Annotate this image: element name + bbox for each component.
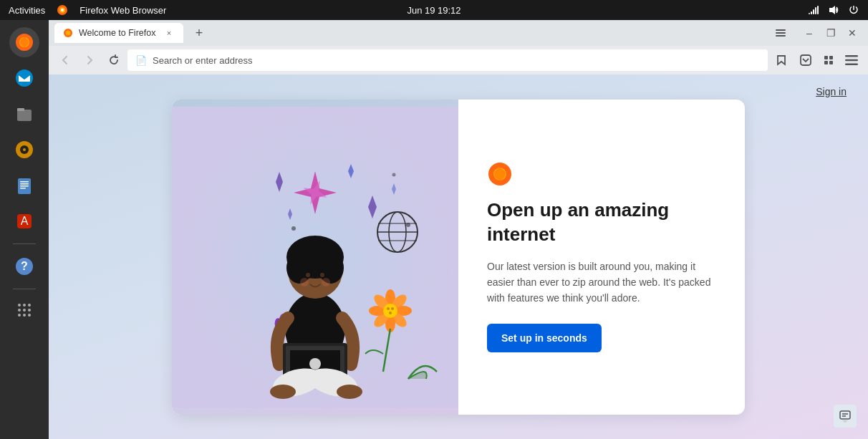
tab-title: Welcome to Firefox xyxy=(79,28,158,38)
firefox-logo xyxy=(487,161,513,187)
browser-tab-welcome[interactable]: Welcome to Firefox × xyxy=(54,23,183,43)
os-topbar-left: Activities Firefox Web Browser xyxy=(9,4,166,16)
svg-point-75 xyxy=(286,252,312,284)
network-icon[interactable] xyxy=(808,4,819,16)
activities-label[interactable]: Activities xyxy=(9,5,45,16)
svg-text:A: A xyxy=(21,215,29,227)
svg-point-34 xyxy=(28,314,31,317)
sidebar-item-help[interactable]: ? xyxy=(9,251,39,281)
back-button[interactable] xyxy=(54,49,76,71)
forward-button[interactable] xyxy=(79,49,100,71)
tab-close-button[interactable]: × xyxy=(163,27,175,39)
maximize-button[interactable]: ❐ xyxy=(821,23,841,43)
feedback-button[interactable] xyxy=(834,405,857,428)
svg-point-91 xyxy=(497,171,503,177)
volume-icon[interactable] xyxy=(828,4,839,16)
svg-point-77 xyxy=(306,273,310,277)
sidebar-item-firefox[interactable] xyxy=(9,27,39,57)
bookmark-button[interactable] xyxy=(771,49,792,71)
svg-rect-44 xyxy=(829,61,833,64)
svg-point-30 xyxy=(23,309,26,312)
svg-rect-46 xyxy=(845,59,858,62)
svg-rect-6 xyxy=(809,13,810,14)
new-tab-button[interactable]: + xyxy=(189,23,209,43)
tab-favicon xyxy=(63,28,73,38)
svg-rect-5 xyxy=(815,7,816,14)
browser-chrome: Welcome to Firefox × + – ❐ ✕ xyxy=(49,20,868,74)
svg-rect-38 xyxy=(776,32,786,34)
svg-point-76 xyxy=(318,252,344,284)
browser-content: Sign in xyxy=(49,74,868,439)
sidebar-item-writer[interactable] xyxy=(9,170,39,201)
svg-rect-41 xyxy=(824,56,828,59)
sidebar-item-thunderbird[interactable] xyxy=(9,63,39,93)
svg-point-78 xyxy=(320,273,324,277)
setup-button[interactable]: Set up in seconds xyxy=(487,324,602,352)
browser-name-label: Firefox Web Browser xyxy=(79,5,166,16)
svg-rect-7 xyxy=(817,6,819,14)
svg-rect-4 xyxy=(813,9,814,14)
svg-point-68 xyxy=(389,312,392,314)
os-topbar-right xyxy=(808,4,859,16)
svg-rect-3 xyxy=(811,11,812,14)
svg-rect-47 xyxy=(845,64,858,66)
address-bar[interactable]: 📄 Search or enter address xyxy=(127,49,768,71)
svg-point-80 xyxy=(322,278,330,286)
signin-link[interactable]: Sign in xyxy=(816,86,847,97)
svg-point-88 xyxy=(337,385,362,399)
svg-rect-45 xyxy=(845,55,858,57)
svg-point-2 xyxy=(61,9,64,11)
window-buttons: – ❐ ✕ xyxy=(799,23,862,43)
svg-rect-19 xyxy=(20,183,29,185)
extensions-button[interactable] xyxy=(818,49,839,71)
svg-point-33 xyxy=(23,314,26,317)
svg-rect-43 xyxy=(824,61,828,64)
tab-bar: Welcome to Firefox × + – ❐ ✕ xyxy=(49,20,868,46)
sidebar-item-appstore[interactable]: A xyxy=(9,206,39,236)
nav-bar: 📄 Search or enter address xyxy=(49,46,868,74)
browser-window: Welcome to Firefox × + – ❐ ✕ xyxy=(49,20,868,439)
tab-list-button[interactable] xyxy=(771,23,791,43)
svg-point-11 xyxy=(16,69,33,87)
os-topbar: Activities Firefox Web Browser Jun 19 19… xyxy=(0,0,868,20)
sidebar-item-files[interactable] xyxy=(9,99,39,129)
svg-rect-21 xyxy=(20,188,26,189)
svg-rect-42 xyxy=(829,56,833,59)
svg-point-31 xyxy=(28,309,31,312)
welcome-card: Open up an amazing internet Our latest v… xyxy=(172,100,745,415)
svg-point-36 xyxy=(66,31,71,36)
pocket-button[interactable] xyxy=(795,49,816,71)
welcome-heading: Open up an amazing internet xyxy=(487,198,716,247)
svg-point-87 xyxy=(270,385,296,399)
svg-point-29 xyxy=(18,309,21,312)
card-right-content: Open up an amazing internet Our latest v… xyxy=(458,100,745,415)
sidebar-item-rhythmbox[interactable] xyxy=(9,135,39,165)
svg-marker-8 xyxy=(829,6,835,14)
svg-point-67 xyxy=(391,307,394,310)
show-applications-button[interactable] xyxy=(9,295,39,325)
page-icon: 📄 xyxy=(135,55,147,66)
svg-point-79 xyxy=(300,278,309,286)
svg-rect-12 xyxy=(17,110,32,121)
svg-rect-18 xyxy=(20,181,29,183)
svg-text:?: ? xyxy=(21,260,28,272)
svg-point-27 xyxy=(23,304,26,307)
sidebar: A ? xyxy=(0,20,49,439)
svg-point-32 xyxy=(18,314,21,317)
svg-point-84 xyxy=(309,358,321,370)
svg-rect-40 xyxy=(801,55,811,65)
sidebar-divider xyxy=(13,243,36,244)
close-button[interactable]: ✕ xyxy=(842,23,862,43)
reload-button[interactable] xyxy=(103,49,125,71)
address-text: Search or enter address xyxy=(153,55,760,66)
menu-button[interactable] xyxy=(841,49,862,71)
minimize-button[interactable]: – xyxy=(799,23,819,43)
svg-rect-39 xyxy=(776,35,786,37)
nav-right-buttons xyxy=(795,49,862,71)
svg-point-65 xyxy=(383,304,397,318)
welcome-body: Our latest version is built around you, … xyxy=(487,259,716,307)
svg-rect-20 xyxy=(20,185,29,187)
svg-point-51 xyxy=(392,173,396,176)
firefox-taskbar-icon xyxy=(57,4,68,16)
power-icon[interactable] xyxy=(848,4,859,16)
